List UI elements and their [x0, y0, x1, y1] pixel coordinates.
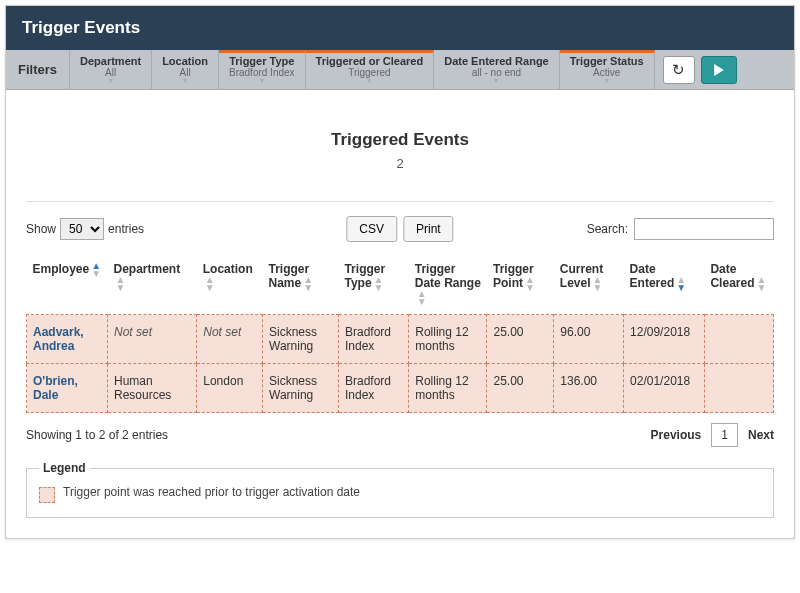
- col-trigger-date-range[interactable]: Trigger Date Range▲▼: [409, 254, 487, 315]
- legend-item: Trigger point was reached prior to trigg…: [39, 485, 761, 503]
- filter-title: Date Entered Range: [444, 55, 549, 67]
- level-cell: 136.00: [554, 364, 624, 413]
- filter-title: Trigger Type: [229, 55, 294, 67]
- entries-control: Show 50 entries: [26, 218, 144, 240]
- trigger-type-cell: Bradford Index: [338, 364, 408, 413]
- entries-select[interactable]: 50: [60, 218, 104, 240]
- table-row: O'brien, DaleHuman ResourcesLondonSickne…: [27, 364, 774, 413]
- trigger-name-cell: Sickness Warning: [263, 315, 339, 364]
- chevron-down-icon: ▾: [367, 78, 371, 84]
- filter-title: Triggered or Cleared: [316, 55, 424, 67]
- point-cell: 25.00: [487, 315, 554, 364]
- department-cell: Human Resources: [108, 364, 197, 413]
- col-date-entered[interactable]: Date Entered▲▼: [624, 254, 705, 315]
- department-cell: Not set: [108, 315, 197, 364]
- filter-department[interactable]: DepartmentAll▾: [70, 50, 152, 89]
- sort-icon: ▲▼: [525, 276, 535, 292]
- trigger-name-cell: Sickness Warning: [263, 364, 339, 413]
- location-cell: Not set: [197, 315, 263, 364]
- location-cell: London: [197, 364, 263, 413]
- refresh-icon: ↻: [672, 61, 685, 79]
- page-number[interactable]: 1: [711, 423, 738, 447]
- pager: Previous 1 Next: [651, 423, 774, 447]
- filter-title: Department: [80, 55, 141, 67]
- col-date-cleared[interactable]: Date Cleared▲▼: [704, 254, 773, 315]
- chevron-down-icon: ▾: [494, 78, 498, 84]
- summary: Triggered Events 2: [26, 130, 774, 171]
- range-cell: Rolling 12 months: [409, 315, 487, 364]
- filter-actions: ↻: [655, 50, 745, 89]
- sort-icon: ▲▼: [417, 290, 427, 306]
- chevron-down-icon: ▾: [183, 78, 187, 84]
- play-icon: [713, 64, 725, 76]
- legend-text: Trigger point was reached prior to trigg…: [63, 485, 360, 499]
- col-current-level[interactable]: Current Level▲▼: [554, 254, 624, 315]
- show-label: Show: [26, 222, 56, 236]
- run-button[interactable]: [701, 56, 737, 84]
- print-button[interactable]: Print: [403, 216, 454, 242]
- separator: [26, 201, 774, 202]
- col-employee[interactable]: Employee▲▼: [27, 254, 108, 315]
- page-title: Trigger Events: [6, 6, 794, 50]
- sort-icon: ▲▼: [374, 276, 384, 292]
- summary-count: 2: [26, 156, 774, 171]
- next-button[interactable]: Next: [748, 428, 774, 442]
- employee-cell: Aadvark, Andrea: [27, 315, 108, 364]
- refresh-button[interactable]: ↻: [663, 56, 695, 84]
- sort-icon: ▲▼: [303, 276, 313, 292]
- content: Triggered Events 2 Show 50 entries CSV P…: [6, 90, 794, 538]
- entries-label: entries: [108, 222, 144, 236]
- col-location[interactable]: Location▲▼: [197, 254, 263, 315]
- sort-icon: ▲▼: [205, 276, 215, 292]
- search-control: Search:: [587, 218, 774, 240]
- point-cell: 25.00: [487, 364, 554, 413]
- chevron-down-icon: ▾: [605, 78, 609, 84]
- summary-heading: Triggered Events: [26, 130, 774, 150]
- legend-swatch: [39, 487, 55, 503]
- app-window: Trigger Events Filters DepartmentAll▾Loc…: [5, 5, 795, 539]
- prev-button[interactable]: Previous: [651, 428, 702, 442]
- col-department[interactable]: Department▲▼: [108, 254, 197, 315]
- filter-location[interactable]: LocationAll▾: [152, 50, 219, 89]
- filter-title: Trigger Status: [570, 55, 644, 67]
- filter-title: Location: [162, 55, 208, 67]
- showing-text: Showing 1 to 2 of 2 entries: [26, 428, 168, 442]
- csv-button[interactable]: CSV: [346, 216, 397, 242]
- events-table: Employee▲▼Department▲▼Location▲▼Trigger …: [26, 254, 774, 413]
- col-trigger-type[interactable]: Trigger Type▲▼: [338, 254, 408, 315]
- sort-icon: ▲▼: [91, 262, 101, 278]
- range-cell: Rolling 12 months: [409, 364, 487, 413]
- filter-trigger-type[interactable]: Trigger TypeBradford Index▾: [219, 50, 306, 89]
- table-controls: Show 50 entries CSV Print Search:: [26, 218, 774, 240]
- sort-icon: ▲▼: [593, 276, 603, 292]
- chevron-down-icon: ▾: [109, 78, 113, 84]
- search-input[interactable]: [634, 218, 774, 240]
- sort-icon: ▲▼: [116, 276, 126, 292]
- legend: Legend Trigger point was reached prior t…: [26, 461, 774, 518]
- sort-icon: ▲▼: [756, 276, 766, 292]
- filter-bar: Filters DepartmentAll▾LocationAll▾Trigge…: [6, 50, 794, 90]
- trigger-type-cell: Bradford Index: [338, 315, 408, 364]
- entered-cell: 12/09/2018: [624, 315, 705, 364]
- filter-date-entered-range[interactable]: Date Entered Rangeall - no end▾: [434, 50, 560, 89]
- table-footer: Showing 1 to 2 of 2 entries Previous 1 N…: [26, 423, 774, 447]
- col-trigger-point[interactable]: Trigger Point▲▼: [487, 254, 554, 315]
- cleared-cell: [704, 315, 773, 364]
- filter-triggered-or-cleared[interactable]: Triggered or ClearedTriggered▾: [306, 50, 435, 89]
- sort-icon: ▲▼: [676, 276, 686, 292]
- search-label: Search:: [587, 222, 628, 236]
- cleared-cell: [704, 364, 773, 413]
- legend-title: Legend: [39, 461, 90, 475]
- entered-cell: 02/01/2018: [624, 364, 705, 413]
- employee-cell: O'brien, Dale: [27, 364, 108, 413]
- level-cell: 96.00: [554, 315, 624, 364]
- col-trigger-name[interactable]: Trigger Name▲▼: [263, 254, 339, 315]
- filter-trigger-status[interactable]: Trigger StatusActive▾: [560, 50, 655, 89]
- export-buttons: CSV Print: [346, 216, 453, 242]
- chevron-down-icon: ▾: [260, 78, 264, 84]
- table-row: Aadvark, AndreaNot setNot setSickness Wa…: [27, 315, 774, 364]
- filters-label: Filters: [6, 50, 70, 89]
